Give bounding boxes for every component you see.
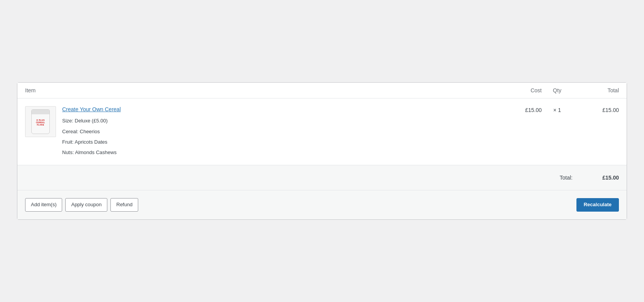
column-header-item: Item (25, 87, 495, 93)
attribute-size: Size: Deluxe (£5.00) (62, 116, 495, 125)
left-actions: Add item(s) Apply coupon Refund (25, 198, 138, 212)
product-cost: £15.00 (495, 106, 542, 113)
product-qty: × 1 (542, 106, 573, 113)
totals-label: Total: (560, 175, 573, 181)
apply-coupon-button[interactable]: Apply coupon (65, 198, 107, 212)
product-details: Create Your Own Cereal Size: Deluxe (£5.… (62, 106, 495, 157)
product-image: O PLUSCEREALFLAKE (25, 106, 56, 137)
right-actions: Recalculate (576, 198, 619, 212)
totals-row: Total: £15.00 (17, 165, 627, 190)
column-header-qty: Qty (542, 87, 573, 93)
refund-button[interactable]: Refund (110, 198, 138, 212)
totals-value: £15.00 (588, 175, 619, 181)
actions-row: Add item(s) Apply coupon Refund Recalcul… (17, 190, 627, 219)
product-name[interactable]: Create Your Own Cereal (62, 106, 495, 112)
attribute-nuts: Nuts: Almonds Cashews (62, 148, 495, 157)
product-total: £15.00 (573, 106, 619, 113)
table-row: O PLUSCEREALFLAKE Create Your Own Cereal… (17, 98, 627, 165)
column-header-cost: Cost (495, 87, 542, 93)
column-header-total: Total (573, 87, 619, 93)
recalculate-button[interactable]: Recalculate (576, 198, 619, 212)
attribute-fruit: Fruit: Apricots Dates (62, 137, 495, 146)
product-thumbnail: O PLUSCEREALFLAKE (31, 109, 50, 134)
attribute-cereal: Cereal: Cheerios (62, 127, 495, 136)
add-items-button[interactable]: Add item(s) (25, 198, 62, 212)
product-attributes: Size: Deluxe (£5.00) Cereal: Cheerios Fr… (62, 116, 495, 157)
order-table: Item Cost Qty Total O PLUSCEREALFLAKE Cr… (17, 82, 627, 219)
table-header: Item Cost Qty Total (17, 83, 627, 98)
